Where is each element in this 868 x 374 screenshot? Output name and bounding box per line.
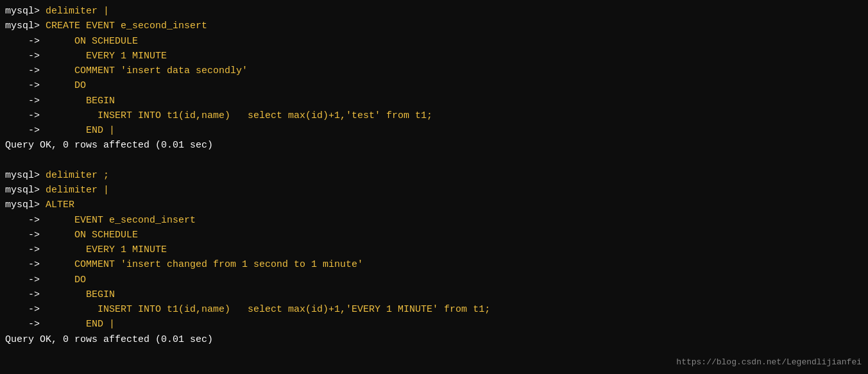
line-22: -> END |	[5, 317, 863, 332]
code-12: delimiter ;	[46, 170, 109, 181]
line-12: mysql> delimiter ;	[5, 168, 863, 183]
code-5: COMMENT 'insert data secondly'	[74, 65, 248, 76]
code-8: INSERT INTO t1(id,name) select max(id)+1…	[98, 110, 432, 121]
arrow-16: ->	[5, 230, 74, 241]
terminal: mysql> delimiter | mysql> CREATE EVENT e…	[0, 0, 868, 374]
code-19: DO	[74, 275, 86, 285]
arrow-19: ->	[5, 275, 74, 285]
code-6: DO	[74, 80, 86, 91]
prompt-14: mysql>	[5, 200, 46, 210]
line-15: -> EVENT e_second_insert	[5, 213, 863, 228]
prompt-2: mysql>	[5, 21, 46, 31]
arrow-7: ->	[5, 96, 86, 106]
code-16: ON SCHEDULE	[74, 230, 138, 241]
arrow-15: ->	[5, 215, 74, 226]
line-9: -> END |	[5, 123, 863, 138]
line-19: -> DO	[5, 273, 863, 287]
code-21: INSERT INTO t1(id,name) select max(id)+1…	[98, 304, 490, 315]
code-2: CREATE EVENT e_second_insert	[46, 21, 207, 31]
line-4: -> EVERY 1 MINUTE	[5, 49, 863, 64]
code-9: END |	[86, 125, 115, 136]
arrow-5: ->	[5, 65, 74, 76]
code-15: EVENT e_second_insert	[74, 215, 196, 226]
line-16: -> ON SCHEDULE	[5, 228, 863, 242]
code-13: delimiter |	[46, 185, 109, 196]
line-23: Query OK, 0 rows affected (0.01 sec)	[5, 332, 863, 347]
line-17: -> EVERY 1 MINUTE	[5, 242, 863, 257]
prompt-12: mysql>	[5, 170, 46, 181]
line-21: -> INSERT INTO t1(id,name) select max(id…	[5, 302, 863, 317]
line-blank	[5, 153, 863, 168]
watermark: https://blog.csdn.net/Legendlijianfei	[676, 356, 862, 369]
line-7: -> BEGIN	[5, 94, 863, 108]
line-3: -> ON SCHEDULE	[5, 34, 863, 49]
arrow-22: ->	[5, 319, 86, 330]
code-1: delimiter |	[46, 6, 109, 17]
line-20: -> BEGIN	[5, 287, 863, 302]
line-2: mysql> CREATE EVENT e_second_insert	[5, 19, 863, 33]
prompt-1: mysql>	[5, 6, 46, 17]
line-6: -> DO	[5, 78, 863, 93]
prompt-13: mysql>	[5, 185, 46, 196]
arrow-20: ->	[5, 289, 86, 300]
arrow-9: ->	[5, 125, 86, 136]
line-18: -> COMMENT 'insert changed from 1 second…	[5, 257, 863, 272]
arrow-3: ->	[5, 36, 74, 47]
arrow-17: ->	[5, 244, 86, 255]
arrow-21: ->	[5, 304, 98, 315]
code-20: BEGIN	[86, 289, 115, 300]
code-7: BEGIN	[86, 96, 115, 106]
code-3: ON SCHEDULE	[74, 36, 138, 47]
line-1: mysql> delimiter |	[5, 4, 863, 19]
line-10: Query OK, 0 rows affected (0.01 sec)	[5, 138, 863, 153]
code-4: EVERY 1 MINUTE	[86, 51, 167, 62]
code-22: END |	[86, 319, 115, 330]
line-8: -> INSERT INTO t1(id,name) select max(id…	[5, 108, 863, 123]
line-5: -> COMMENT 'insert data secondly'	[5, 64, 863, 78]
arrow-8: ->	[5, 110, 98, 121]
arrow-6: ->	[5, 80, 74, 91]
line-14: mysql> ALTER	[5, 198, 863, 212]
code-17: EVERY 1 MINUTE	[86, 244, 167, 255]
arrow-4: ->	[5, 51, 86, 62]
line-13: mysql> delimiter |	[5, 183, 863, 198]
arrow-18: ->	[5, 259, 74, 270]
code-14: ALTER	[46, 200, 74, 210]
code-18: COMMENT 'insert changed from 1 second to…	[74, 259, 363, 270]
